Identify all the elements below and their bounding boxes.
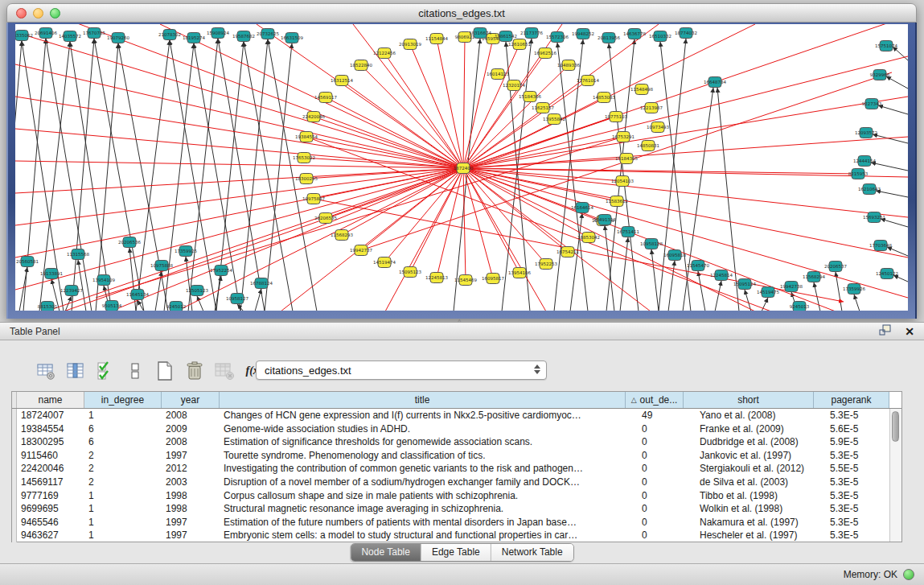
tab-edge-table[interactable]: Edge Table: [421, 544, 491, 561]
table-cell[interactable]: 2012: [162, 462, 220, 476]
table-cell[interactable]: 19384554: [17, 422, 84, 436]
table-cell[interactable]: 9777169: [17, 489, 84, 503]
graph-node-label: 14035572: [59, 34, 81, 39]
tab-node-table[interactable]: Node Table: [351, 544, 421, 561]
table-cell[interactable]: Franke et al. (2009): [696, 422, 826, 436]
table-cell[interactable]: 9465546: [17, 516, 84, 529]
table-cell[interactable]: 1998: [162, 489, 220, 503]
network-graph[interactable]: 1872400151843051205410311583612107439091…: [15, 24, 908, 311]
table-cell[interactable]: 9699695: [17, 502, 84, 516]
table-cell[interactable]: 0: [638, 422, 696, 436]
table-row[interactable]: 946362711997Embryonic stem cells: a mode…: [12, 529, 901, 542]
table-cell[interactable]: Yano et al. (2008): [696, 409, 826, 422]
table-cell[interactable]: 1998: [162, 502, 220, 516]
graph-node-label: 11545470: [687, 263, 709, 268]
table-cell[interactable]: Jankovic et al. (1997): [696, 449, 826, 463]
table-cell[interactable]: 1997: [162, 529, 220, 542]
table-row[interactable]: 1456911722003Disruption of a novel membe…: [12, 476, 901, 489]
table-cell[interactable]: 0: [638, 529, 696, 542]
create-column-icon[interactable]: [154, 360, 175, 381]
delete-column-icon[interactable]: [184, 360, 205, 381]
minimize-window-button[interactable]: [33, 8, 43, 19]
table-mode-icon[interactable]: [35, 360, 56, 381]
table-cell[interactable]: 0: [638, 502, 696, 516]
table-cell[interactable]: 9463627: [17, 529, 84, 542]
table-cell[interactable]: 2009: [162, 422, 220, 436]
table-cell[interactable]: 9115460: [17, 449, 84, 463]
table-cell[interactable]: 49: [638, 409, 696, 422]
table-row[interactable]: 1830029562008Estimation of significance …: [12, 435, 901, 449]
float-panel-icon[interactable]: [879, 324, 892, 338]
table-cell[interactable]: Nakamura et al. (1997): [696, 516, 826, 529]
table-cell[interactable]: 1997: [162, 449, 220, 463]
table-row[interactable]: 969969511998Structural magnetic resonanc…: [12, 502, 901, 516]
table-select-dropdown[interactable]: citations_edges.txt: [256, 360, 547, 380]
table-cell[interactable]: 0: [638, 462, 696, 476]
table-cell[interactable]: Structural magnetic resonance image aver…: [220, 502, 638, 516]
column-header-name[interactable]: name: [17, 392, 84, 408]
table-cell[interactable]: 2: [84, 476, 162, 489]
table-cell[interactable]: 2: [84, 462, 162, 476]
table-row[interactable]: 911546021997Tourette syndrome. Phenomeno…: [12, 449, 901, 463]
close-window-button[interactable]: [16, 8, 27, 19]
table-cell[interactable]: 0: [638, 489, 696, 503]
table-cell[interactable]: Hescheler et al. (1997): [696, 529, 826, 542]
table-cell[interactable]: Changes of HCN gene expression and I(f) …: [220, 409, 638, 422]
table-cell[interactable]: 6: [84, 422, 162, 436]
table-cell[interactable]: Dudbridge et al. (2008): [696, 435, 826, 449]
column-header-in_degree[interactable]: in_degree: [84, 392, 162, 408]
table-cell[interactable]: 2: [84, 449, 162, 463]
close-panel-icon[interactable]: ✕: [905, 325, 914, 338]
table-cell[interactable]: Investigating the contribution of common…: [220, 462, 638, 476]
table-row[interactable]: 1872400712008Changes of HCN gene express…: [12, 409, 901, 422]
table-cell[interactable]: Disruption of a novel member of a sodium…: [220, 476, 638, 489]
vertical-scrollbar[interactable]: [889, 409, 901, 542]
table-cell[interactable]: 2008: [162, 435, 220, 449]
table-cell[interactable]: 18300295: [17, 435, 84, 449]
table-cell[interactable]: 1: [84, 516, 162, 529]
window-titlebar[interactable]: citations_edges.txt: [6, 3, 917, 23]
table-cell[interactable]: 6: [84, 435, 162, 449]
table-cell[interactable]: Stergiakouli et al. (2012): [696, 462, 826, 476]
table-cell[interactable]: 1: [84, 409, 162, 422]
table-cell[interactable]: Corpus callosum shape and size in male p…: [220, 489, 638, 503]
rows-icon[interactable]: [125, 360, 146, 381]
table-cell[interactable]: Genome-wide association studies in ADHD.: [220, 422, 638, 436]
table-cell[interactable]: Embryonic stem cells: a model to study s…: [220, 529, 638, 542]
table-cell[interactable]: Wolkin et al. (1998): [696, 502, 826, 516]
table-cell[interactable]: 2008: [162, 409, 220, 422]
table-cell[interactable]: Estimation of the future numbers of pati…: [220, 516, 638, 529]
column-header-title[interactable]: title: [220, 392, 626, 408]
table-row[interactable]: 977716911998Corpus callosum shape and si…: [12, 489, 901, 503]
column-header-out_de[interactable]: △out_de...: [626, 392, 684, 408]
table-row[interactable]: 2242004622012Investigating the contribut…: [12, 462, 901, 476]
table-row[interactable]: 946554611997Estimation of the future num…: [12, 516, 901, 529]
table-cell[interactable]: de Silva et al. (2003): [696, 476, 826, 489]
table-cell[interactable]: 2003: [162, 476, 220, 489]
table-cell[interactable]: 1: [84, 502, 162, 516]
show-columns-icon[interactable]: [65, 360, 86, 381]
graph-edge: [463, 56, 908, 168]
table-row[interactable]: 1938455462009Genome-wide association stu…: [12, 422, 901, 436]
table-cell[interactable]: Estimation of significance thresholds fo…: [220, 435, 638, 449]
table-cell[interactable]: 14569117: [17, 476, 84, 489]
table-cell[interactable]: 18724007: [17, 409, 84, 422]
scrollbar-thumb[interactable]: [892, 411, 899, 442]
table-cell[interactable]: 1: [84, 529, 162, 542]
tab-network-table[interactable]: Network Table: [491, 544, 573, 561]
column-header-year[interactable]: year: [162, 392, 220, 408]
table-cell[interactable]: 1997: [162, 516, 220, 529]
table-cell[interactable]: 0: [638, 476, 696, 489]
column-header-pagerank[interactable]: pagerank: [814, 392, 889, 408]
network-canvas[interactable]: 1872400151843051205410311583612107439091…: [15, 24, 908, 311]
zoom-window-button[interactable]: [50, 8, 60, 19]
table-cell[interactable]: 22420046: [17, 462, 84, 476]
table-cell[interactable]: Tourette syndrome. Phenomenology and cla…: [220, 449, 638, 463]
select-all-icon[interactable]: [95, 360, 116, 381]
table-cell[interactable]: 0: [638, 449, 696, 463]
table-cell[interactable]: 0: [638, 435, 696, 449]
column-header-short[interactable]: short: [684, 392, 814, 408]
table-cell[interactable]: Tibbo et al. (1998): [696, 489, 826, 503]
table-cell[interactable]: 0: [638, 516, 696, 529]
table-cell[interactable]: 1: [84, 489, 162, 503]
